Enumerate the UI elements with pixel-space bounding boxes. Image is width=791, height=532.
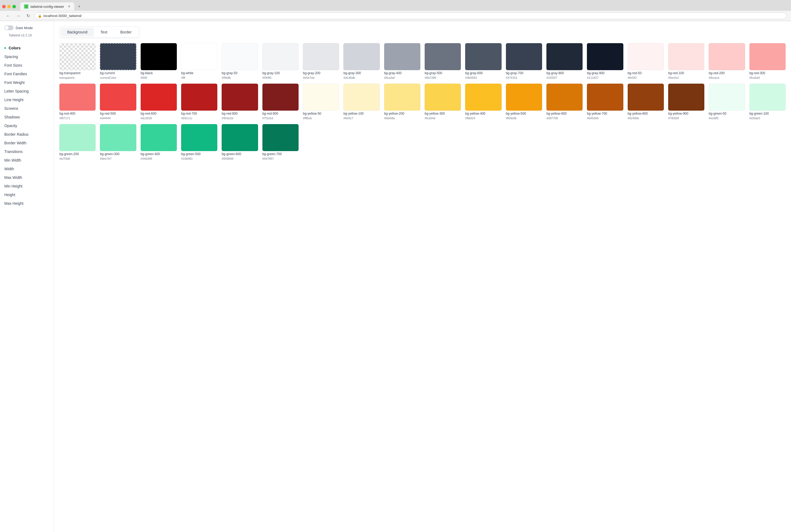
- color-swatch[interactable]: [262, 43, 299, 70]
- color-item: bg-transparenttransparent: [59, 43, 96, 79]
- sidebar-item-max-height[interactable]: Max Height: [0, 199, 54, 208]
- color-swatch[interactable]: [506, 83, 542, 111]
- color-swatch[interactable]: [303, 43, 339, 70]
- color-swatch[interactable]: [100, 43, 136, 70]
- color-swatch[interactable]: [750, 83, 786, 111]
- reload-button[interactable]: ↻: [25, 13, 32, 19]
- version-text: Tailwind v2.2.19: [4, 34, 50, 37]
- color-swatch[interactable]: [709, 43, 745, 70]
- tab-text[interactable]: Text: [94, 28, 114, 36]
- color-swatch[interactable]: [262, 124, 299, 151]
- sidebar-item-font-sizes[interactable]: Font Sizes: [0, 61, 54, 70]
- color-swatch[interactable]: [465, 83, 501, 111]
- color-swatch[interactable]: [100, 83, 136, 111]
- color-swatch[interactable]: [141, 83, 177, 111]
- close-button[interactable]: [2, 5, 6, 8]
- color-value: #fecaca: [709, 76, 745, 79]
- sidebar-item-border-width[interactable]: Border Width: [0, 139, 54, 147]
- back-button[interactable]: ←: [4, 13, 12, 19]
- forward-button[interactable]: →: [15, 13, 22, 19]
- color-swatch[interactable]: [303, 83, 339, 111]
- sidebar-item-colors[interactable]: Colors: [0, 44, 54, 52]
- color-item: bg-green-500#10b981: [181, 124, 217, 160]
- color-item: bg-yellow-100#fef3c7: [344, 83, 380, 120]
- color-name: bg-red-100: [668, 71, 704, 75]
- color-swatch[interactable]: [59, 43, 96, 70]
- color-item: bg-green-700#047857: [262, 124, 299, 160]
- color-swatch[interactable]: [465, 43, 501, 70]
- color-swatch[interactable]: [384, 43, 420, 70]
- color-swatch[interactable]: [425, 83, 461, 111]
- sidebar-item-border-radius[interactable]: Border Radius: [0, 130, 54, 139]
- color-swatch[interactable]: [181, 43, 217, 70]
- color-name: bg-gray-300: [344, 71, 380, 75]
- color-swatch[interactable]: [668, 43, 704, 70]
- sidebar-item-min-width[interactable]: Min Width: [0, 156, 54, 165]
- dark-mode-switch[interactable]: [4, 25, 14, 30]
- sidebar-item-height[interactable]: Height: [0, 190, 54, 199]
- tab-close-icon[interactable]: ✕: [68, 5, 71, 8]
- color-value: #fde68a: [384, 116, 420, 120]
- tab-background[interactable]: Background: [61, 28, 94, 36]
- tab-border[interactable]: Border: [114, 28, 138, 36]
- color-swatch[interactable]: [425, 43, 461, 70]
- maximize-button[interactable]: [13, 5, 16, 8]
- color-value: #fbbf24: [465, 116, 501, 120]
- color-swatch[interactable]: [222, 43, 258, 70]
- sidebar-item-min-height[interactable]: Min Height: [0, 182, 54, 190]
- color-swatch[interactable]: [344, 43, 380, 70]
- color-value: #dc2626: [141, 116, 177, 120]
- color-swatch[interactable]: [587, 43, 623, 70]
- color-swatch[interactable]: [384, 83, 420, 111]
- color-swatch[interactable]: [628, 83, 664, 111]
- window-controls: [2, 5, 16, 8]
- color-swatch[interactable]: [59, 83, 96, 111]
- color-value: #fee2e2: [668, 76, 704, 79]
- browser-tab[interactable]: 🌿 tailwind-config-viewer ✕: [20, 2, 74, 11]
- color-swatch[interactable]: [181, 83, 217, 111]
- color-swatch[interactable]: [141, 43, 177, 70]
- color-swatch[interactable]: [262, 83, 299, 111]
- color-swatch[interactable]: [344, 83, 380, 111]
- color-swatch[interactable]: [181, 124, 217, 151]
- color-swatch[interactable]: [100, 124, 136, 151]
- color-name: bg-gray-900: [587, 71, 623, 75]
- color-name: bg-red-500: [100, 112, 136, 115]
- color-item: bg-yellow-800#92400e: [628, 83, 664, 120]
- sidebar-item-shadows[interactable]: Shadows: [0, 113, 54, 121]
- address-bar: ← → ↻ 🔒 localhost:3000/_tailwind/: [0, 11, 791, 21]
- sidebar-item-transitions[interactable]: Transitions: [0, 147, 54, 156]
- sidebar-item-opacity[interactable]: Opacity: [0, 121, 54, 130]
- sidebar-item-letter-spacing[interactable]: Letter Spacing: [0, 87, 54, 95]
- color-swatch[interactable]: [59, 124, 96, 151]
- color-item: bg-gray-100#f3f4f6: [262, 43, 299, 79]
- sidebar-item-max-width[interactable]: Max Width: [0, 173, 54, 182]
- url-box[interactable]: 🔒 localhost:3000/_tailwind/: [34, 13, 787, 19]
- color-swatch[interactable]: [709, 83, 745, 111]
- sidebar-item-width[interactable]: Width: [0, 165, 54, 173]
- sidebar-item-font-families[interactable]: Font Families: [0, 70, 54, 78]
- color-name: bg-yellow-300: [425, 112, 461, 115]
- color-swatch[interactable]: [587, 83, 623, 111]
- color-swatch[interactable]: [547, 43, 583, 70]
- color-value: currentColor: [100, 76, 136, 79]
- color-name: bg-gray-700: [506, 71, 542, 75]
- color-item: bg-gray-300#d1d5db: [344, 43, 380, 79]
- browser-chrome: 🌿 tailwind-config-viewer ✕ + ← → ↻ 🔒 loc…: [0, 0, 791, 21]
- color-name: bg-green-200: [59, 152, 96, 156]
- dark-mode-toggle[interactable]: Dark Mode: [4, 25, 50, 30]
- color-swatch[interactable]: [668, 83, 704, 111]
- color-swatch[interactable]: [628, 43, 664, 70]
- color-swatch[interactable]: [547, 83, 583, 111]
- sidebar-item-line-height[interactable]: Line Height: [0, 95, 54, 104]
- sidebar-item-screens[interactable]: Screens: [0, 104, 54, 113]
- color-swatch[interactable]: [141, 124, 177, 151]
- color-swatch[interactable]: [222, 124, 258, 151]
- sidebar-item-font-weight[interactable]: Font Weight: [0, 78, 54, 87]
- color-swatch[interactable]: [506, 43, 542, 70]
- minimize-button[interactable]: [7, 5, 11, 8]
- new-tab-button[interactable]: +: [75, 2, 83, 11]
- sidebar-item-spacing[interactable]: Spacing: [0, 52, 54, 61]
- color-swatch[interactable]: [222, 83, 258, 111]
- color-swatch[interactable]: [750, 43, 786, 70]
